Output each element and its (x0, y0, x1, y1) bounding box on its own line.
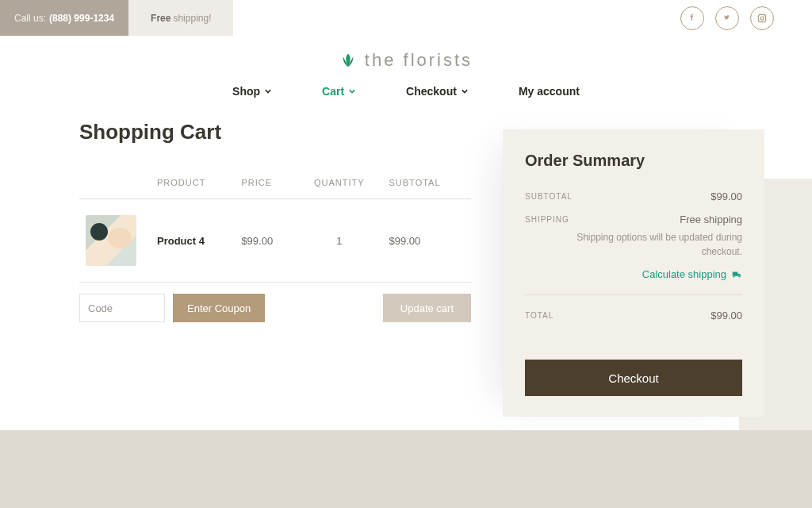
product-qty[interactable]: 1 (296, 199, 382, 283)
footer-strip (0, 430, 812, 508)
total-label: TOTAL (525, 310, 553, 321)
product-price: $99.00 (235, 199, 296, 283)
nav-account[interactable]: My account (519, 85, 580, 98)
update-cart-button[interactable]: Update cart (383, 294, 471, 322)
call-prefix: Call us: (14, 13, 46, 24)
nav-shop[interactable]: Shop (232, 85, 271, 98)
shipping-note: Shipping options will be updated during … (569, 230, 742, 259)
nav-cart[interactable]: Cart (322, 85, 355, 98)
col-price: PRICE (235, 178, 296, 199)
main-nav: Shop Cart Checkout My account (0, 75, 812, 120)
logo-icon (339, 52, 357, 69)
shipping-label: SHIPPING (525, 214, 569, 224)
chevron-down-icon (265, 88, 271, 94)
col-quantity: QUANTITY (296, 178, 382, 199)
logo-row: the florists (0, 36, 812, 75)
nav-checkout[interactable]: Checkout (406, 85, 468, 98)
summary-total-row: TOTAL $99.00 (525, 294, 742, 321)
product-thumbnail[interactable] (86, 215, 136, 266)
nav-account-label: My account (519, 85, 580, 98)
coupon-input[interactable] (79, 294, 165, 322)
subtotal-label: SUBTOTAL (525, 190, 573, 202)
call-us-block: Call us: (888) 999-1234 (0, 0, 128, 36)
svg-point-2 (764, 15, 764, 16)
nav-checkout-label: Checkout (406, 85, 457, 98)
svg-point-1 (760, 16, 764, 19)
cart-table: PRODUCT PRICE QUANTITY SUBTOTAL Product … (79, 178, 471, 283)
summary-shipping-row: SHIPPING Free shipping Shipping options … (525, 214, 742, 280)
phone-link[interactable]: (888) 999-1234 (49, 13, 114, 24)
truck-icon (731, 269, 742, 280)
brand-logo[interactable]: the florists (339, 50, 473, 71)
summary-subtotal-row: SUBTOTAL $99.00 (525, 190, 742, 202)
top-bar: Call us: (888) 999-1234 Free shipping! (0, 0, 812, 36)
table-row: Product 4 $99.00 1 $99.00 (79, 199, 471, 283)
order-summary: Order Summary SUBTOTAL $99.00 SHIPPING F… (503, 129, 764, 417)
facebook-icon[interactable] (680, 6, 704, 30)
nav-shop-label: Shop (232, 85, 260, 98)
social-links (680, 0, 812, 36)
chevron-down-icon (349, 88, 355, 94)
col-product: PRODUCT (151, 178, 235, 199)
total-value: $99.00 (710, 310, 742, 321)
cart-actions: Enter Coupon Update cart (79, 294, 471, 322)
cart-column: Shopping Cart PRODUCT PRICE QUANTITY SUB… (79, 120, 479, 322)
col-subtotal: SUBTOTAL (383, 178, 471, 199)
enter-coupon-button[interactable]: Enter Coupon (173, 294, 265, 322)
ship-rest: shipping! (173, 13, 211, 24)
page-body: Shopping Cart PRODUCT PRICE QUANTITY SUB… (0, 120, 812, 417)
nav-cart-label: Cart (322, 85, 344, 98)
chevron-down-icon (462, 88, 468, 94)
calculate-shipping-link[interactable]: Calculate shipping (642, 268, 742, 280)
checkout-button[interactable]: Checkout (525, 360, 742, 396)
subtotal-value: $99.00 (710, 190, 742, 202)
product-name[interactable]: Product 4 (151, 199, 235, 283)
calc-label: Calculate shipping (642, 268, 726, 280)
brand-name: the florists (365, 50, 473, 71)
shipping-value: Free shipping (569, 214, 742, 225)
product-subtotal: $99.00 (383, 199, 471, 283)
instagram-icon[interactable] (750, 6, 774, 30)
ship-bold: Free (151, 13, 170, 24)
twitter-icon[interactable] (715, 6, 739, 30)
page-title: Shopping Cart (79, 120, 471, 144)
summary-title: Order Summary (525, 152, 742, 170)
free-shipping-block: Free shipping! (128, 0, 233, 36)
